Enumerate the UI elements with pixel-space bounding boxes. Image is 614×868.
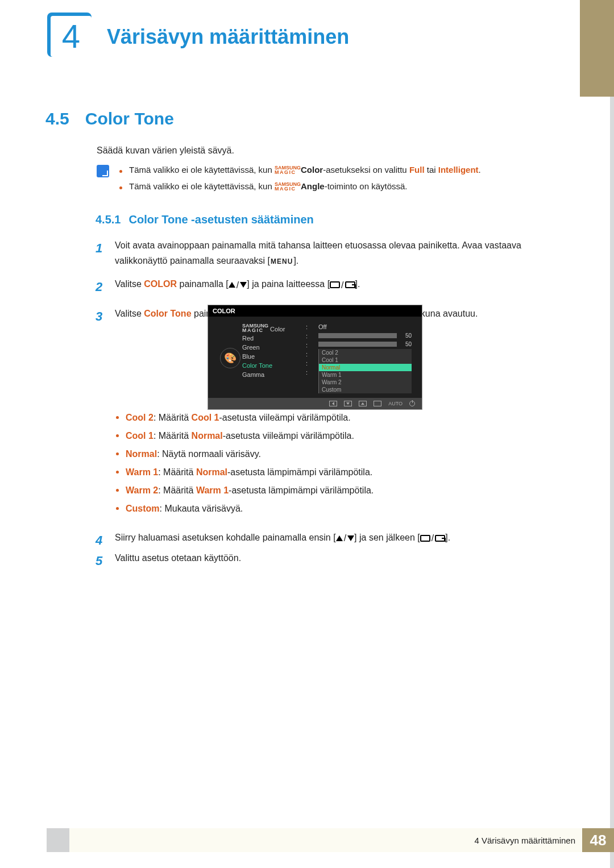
footer-bar: 4 Värisävyn määrittäminen 48 (47, 828, 614, 852)
page-number: 48 (582, 828, 614, 852)
chapter-tab: 4 (47, 13, 92, 57)
step-2: 2 Valitse COLOR painamalla [/] ja paina … (96, 276, 563, 297)
osd-panel: COLOR 🎨 SAMSUNGMAGIC Color Red Green Blu… (208, 305, 422, 410)
nav-left-icon (329, 401, 337, 406)
list-item: Cool 2: Määritä Cool 1-asetusta viileämp… (116, 413, 557, 423)
step-4: 4 Siirry haluamasi asetuksen kohdalle pa… (96, 530, 563, 551)
source-enter-icon: / (420, 530, 445, 546)
list-item: Warm 1: Määritä Normal-asetusta lämpimäm… (116, 467, 557, 477)
palette-icon: 🎨 (220, 348, 240, 368)
sidebar-accent-bottom (610, 97, 614, 868)
power-icon (409, 401, 415, 406)
list-item: Custom: Mukauta värisävyä. (116, 504, 557, 514)
chapter-title: Värisävyn määrittäminen (107, 25, 349, 49)
osd-footer: AUTO (208, 398, 422, 409)
note-block: Tämä valikko ei ole käytettävissä, kun S… (97, 165, 546, 198)
up-down-icon: / (229, 277, 247, 293)
note-icon (97, 165, 109, 177)
auto-label: AUTO (388, 401, 403, 406)
section-title: Color Tone (85, 109, 174, 128)
note-item: Tämä valikko ei ole käytettävissä, kun S… (119, 181, 481, 191)
options-list: Cool 2: Määritä Cool 1-asetusta viileämp… (116, 413, 557, 522)
list-item: Cool 1: Määritä Normal-asetusta viileämp… (116, 431, 557, 441)
menu-icon: MENU (270, 258, 293, 265)
chapter-number: 4 (62, 20, 80, 53)
slider-bar (318, 333, 397, 338)
subsection-title: Color Tone -asetusten säätäminen (128, 213, 313, 226)
osd-selected-row: Color Tone (242, 361, 306, 370)
osd-dropdown: Cool 2 Cool 1 Normal Warm 1 Warm 2 Custo… (318, 349, 412, 393)
osd-dropdown-selected: Normal (318, 364, 412, 371)
source-enter-icon: / (330, 277, 355, 293)
subsection-heading: 4.5.1 Color Tone -asetusten säätäminen (96, 213, 314, 226)
section-heading: 4.5 Color Tone (45, 109, 174, 128)
section-number: 4.5 (45, 109, 69, 128)
list-item: Warm 2: Määritä Warm 1-asetusta lämpimäm… (116, 485, 557, 496)
list-item: Normal: Näytä normaali värisävy. (116, 449, 557, 459)
osd-title: COLOR (208, 305, 422, 317)
note-item: Tämä valikko ei ole käytettävissä, kun S… (119, 165, 481, 175)
nav-up-icon (359, 401, 367, 406)
slider-bar (318, 342, 397, 347)
subsection-number: 4.5.1 (96, 213, 121, 226)
sidebar-accent-top (580, 0, 614, 97)
up-down-icon: / (336, 530, 354, 546)
step-1: 1 Voit avata avainoppaan painamalla mitä… (96, 238, 563, 268)
step-5: 5 Valittu asetus otetaan käyttöön. (96, 550, 563, 571)
nav-down-icon (344, 401, 352, 406)
nav-enter-icon (374, 401, 381, 406)
intro-text: Säädä kuvan värien yleistä sävyä. (97, 146, 234, 156)
footer-chapter-ref: 4 Värisävyn määrittäminen (474, 836, 575, 845)
